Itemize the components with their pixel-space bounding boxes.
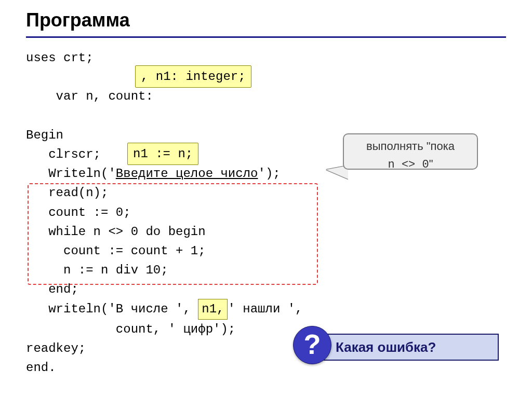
highlight-var-decl: , n1: integer; xyxy=(135,65,251,88)
code-text: ' нашли ', xyxy=(228,302,302,316)
code-line: n := n div 10; xyxy=(26,260,532,280)
note-line1: выполнять "пока xyxy=(344,138,477,155)
error-callout: Какая ошибка? xyxy=(312,334,499,361)
title-rule xyxy=(26,36,506,38)
code-line: end. xyxy=(26,358,532,377)
question-mark-icon: ? xyxy=(293,326,331,364)
note-callout: выполнять "пока n <> 0" xyxy=(343,133,478,170)
note-line2: n <> 0" xyxy=(344,155,477,174)
code-line: while n <> 0 do begin xyxy=(26,222,532,241)
question-mark-glyph: ? xyxy=(304,330,321,358)
code-text: writeln('В числе ', xyxy=(26,302,198,316)
code-listing: uses crt; var n, count: , n1: integer; B… xyxy=(26,48,532,377)
code-text: Writeln(' xyxy=(26,167,116,181)
page-title: Программа xyxy=(0,0,532,36)
highlight-n1-output: n1, xyxy=(198,299,228,319)
error-text: Какая ошибка? xyxy=(336,339,436,355)
note-text: " xyxy=(429,157,433,170)
code-line: count := 0; xyxy=(26,203,532,222)
code-line: end; xyxy=(26,280,532,299)
code-line: var n, count: xyxy=(26,67,532,126)
highlight-assign: n1 := n; xyxy=(127,143,198,165)
code-text: '); xyxy=(258,167,280,181)
code-line: count := count + 1; xyxy=(26,241,532,260)
code-text: var n, count: xyxy=(56,89,153,103)
code-prompt-text: Введите целое число xyxy=(116,167,258,181)
code-line: writeln('В числе ', n1,' нашли ', xyxy=(26,299,532,319)
code-line: uses crt; xyxy=(26,48,532,67)
code-line: read(n); xyxy=(26,183,532,202)
note-code-text: n <> 0 xyxy=(388,158,429,171)
